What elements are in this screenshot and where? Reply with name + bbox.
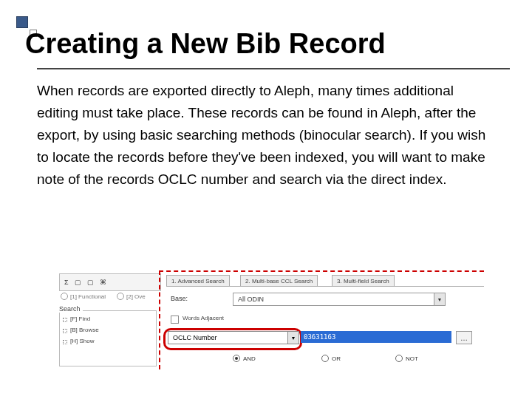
screenshot-region: Σ ▢ ▢ ⌘ [1] Functional [2] Ove Search [F… <box>59 273 488 369</box>
mode-radios: [1] Functional [2] Ove <box>59 293 155 304</box>
search-form: 1. Advanced Search 2. Multi-base CCL Sea… <box>166 273 484 366</box>
callout-dashed-left <box>159 270 160 369</box>
radio-label: NOT <box>406 355 418 362</box>
radio-or[interactable]: OR <box>321 355 341 362</box>
tab-multibase-ccl[interactable]: 2. Multi-base CCL Search <box>240 275 318 287</box>
tab-multifield[interactable]: 3. Multi-field Search <box>332 275 395 287</box>
search-panel: Search [F] Find [B] Browse [H] Show <box>59 310 157 366</box>
search-tabs: 1. Advanced Search 2. Multi-base CCL Sea… <box>166 273 484 287</box>
field-dropdown[interactable]: OCLC Number ▼ <box>168 331 299 344</box>
slide-title: Creating a New Bib Record <box>25 28 386 60</box>
browse-button[interactable]: … <box>456 331 472 344</box>
radio-icon <box>61 293 68 300</box>
left-toolbar: Σ ▢ ▢ ⌘ <box>59 273 161 291</box>
radio-label: [1] Functional <box>70 293 106 300</box>
toolbar-icon: Σ <box>64 279 69 286</box>
radio-label: OR <box>332 355 341 362</box>
words-adjacent-label: Words Adjacent <box>183 315 224 321</box>
search-panel-header: Search <box>57 305 83 313</box>
slide-body-text: When records are exported directly to Al… <box>37 80 488 191</box>
field-dropdown-value: OCLC Number <box>173 334 217 341</box>
base-row: Base: All ODIN ▼ <box>166 293 484 307</box>
toolbar-icon: ▢ <box>87 279 94 286</box>
toolbar-icon: ▢ <box>75 279 81 286</box>
base-dropdown[interactable]: All ODIN ▼ <box>233 293 446 306</box>
words-adjacent-row: Words Adjacent <box>166 315 484 325</box>
radio-label: AND <box>243 355 256 362</box>
radio-functional[interactable]: [1] Functional <box>61 293 106 300</box>
tree-item-find[interactable]: [F] Find <box>60 316 156 322</box>
title-underline <box>37 68 510 69</box>
radio-icon <box>321 355 329 362</box>
base-label: Base: <box>171 295 188 302</box>
radio-icon <box>395 355 403 362</box>
tree-item-browse[interactable]: [B] Browse <box>60 327 156 333</box>
radio-label: [2] Ove <box>126 293 146 300</box>
chevron-down-icon: ▼ <box>434 293 445 305</box>
radio-and[interactable]: AND <box>233 355 256 362</box>
tree-item-show[interactable]: [H] Show <box>60 338 156 344</box>
radio-icon <box>233 355 240 362</box>
base-value: All ODIN <box>238 296 264 303</box>
radio-icon <box>117 293 124 300</box>
chevron-down-icon: ▼ <box>287 332 299 344</box>
search-field-row: OCLC Number ▼ 03631163 … <box>166 330 484 347</box>
boolean-row: AND OR NOT <box>166 355 484 366</box>
radio-not[interactable]: NOT <box>395 355 418 362</box>
callout-dashed-top <box>159 270 484 272</box>
words-adjacent-checkbox[interactable] <box>171 316 179 324</box>
bullet-square-large <box>16 16 28 28</box>
tab-advanced-search[interactable]: 1. Advanced Search <box>166 275 230 287</box>
radio-overview[interactable]: [2] Ove <box>117 293 146 300</box>
tab-underline <box>166 286 484 287</box>
toolbar-icon: ⌘ <box>100 279 106 286</box>
search-value-input[interactable]: 03631163 <box>301 331 451 343</box>
